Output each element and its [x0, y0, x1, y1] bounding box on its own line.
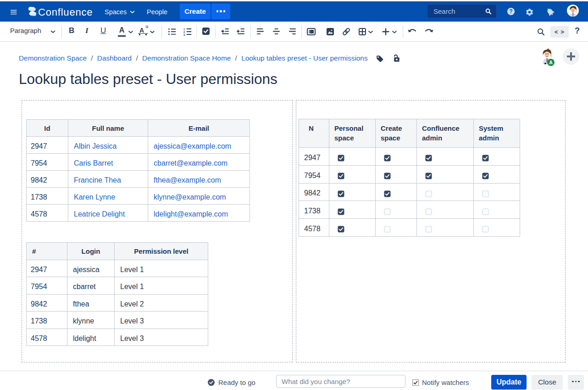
- svg-text:3: 3: [183, 33, 185, 36]
- svg-text:A: A: [549, 60, 553, 65]
